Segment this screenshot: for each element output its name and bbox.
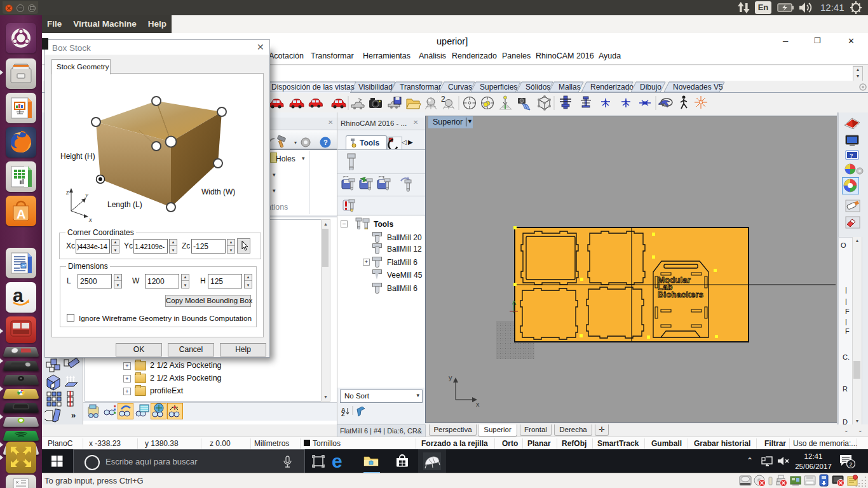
svg-text:y: y xyxy=(449,374,452,381)
svg-text:Biohackers: Biohackers xyxy=(658,290,703,299)
svg-text:▾: ▾ xyxy=(294,140,297,146)
svg-text:x: x xyxy=(476,400,480,408)
svg-text:Transformar: Transformar xyxy=(400,83,441,92)
svg-text:2: 2 xyxy=(850,461,853,468)
svg-text:y: y xyxy=(85,191,88,198)
svg-text:A: A xyxy=(17,207,25,221)
svg-text:x: x xyxy=(88,215,92,223)
svg-text:Disposición de las vistas: Disposición de las vistas xyxy=(271,83,355,92)
svg-text:Mallas: Mallas xyxy=(559,83,581,92)
svg-text:Novedades V5: Novedades V5 xyxy=(673,83,723,92)
svg-text:Superficies: Superficies xyxy=(480,83,517,92)
svg-text:Sólidos: Sólidos xyxy=(526,83,550,92)
svg-text:Visibilidad: Visibilidad xyxy=(358,83,393,92)
svg-text:Renderizado: Renderizado xyxy=(590,83,634,92)
svg-text:Z: Z xyxy=(341,411,345,417)
svg-text:?: ? xyxy=(323,139,328,146)
svg-text:Dibujo: Dibujo xyxy=(640,83,661,92)
svg-text:2: 2 xyxy=(441,95,445,104)
svg-text:?: ? xyxy=(850,152,853,159)
svg-text:z: z xyxy=(65,188,69,196)
svg-text:Curvas: Curvas xyxy=(448,83,472,92)
svg-text:»: » xyxy=(71,410,76,420)
